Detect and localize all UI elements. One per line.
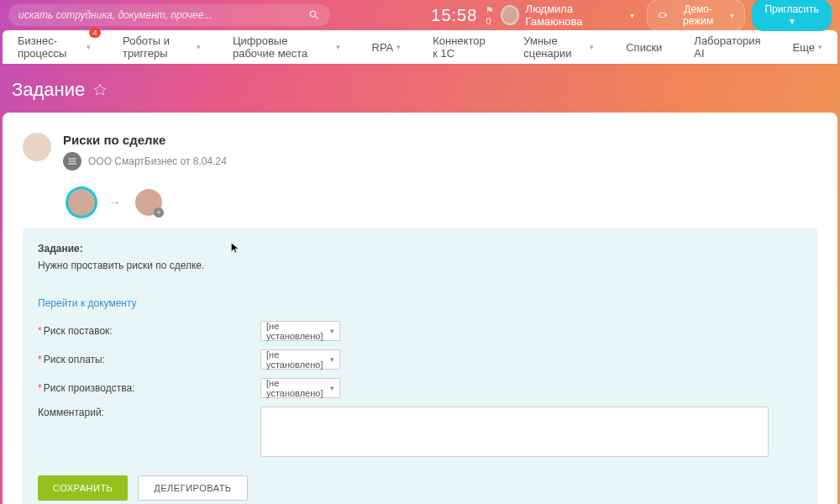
battery-icon: [658, 11, 668, 19]
task-title: Риски по сделке: [63, 133, 227, 147]
chevron-down-icon: ▾: [630, 11, 634, 20]
task-block-label: Задание:: [38, 243, 802, 255]
goto-document-link[interactable]: Перейти к документу: [38, 297, 137, 309]
select-risk-production[interactable]: [не установлено]▾: [260, 378, 340, 398]
user-name: Людмила Гамаюнова: [526, 3, 622, 28]
chevron-down-icon: ▾: [730, 11, 734, 20]
nav-item-7[interactable]: Лаборатория AI: [694, 34, 760, 60]
content-panel: Риски по сделке ООО СмартБизнес от 8.04.…: [3, 113, 837, 504]
svg-rect-0: [659, 13, 665, 18]
main-nav: Бизнес-процессы▾4Роботы и триггеры▾Цифро…: [3, 30, 837, 64]
arrow-right-icon: →: [108, 195, 122, 210]
user-avatar: [501, 5, 519, 25]
list-icon[interactable]: [63, 152, 81, 171]
page-title: Задание: [12, 79, 85, 101]
nav-item-8[interactable]: Еще▾: [793, 41, 822, 54]
search-bar[interactable]: [8, 4, 330, 26]
nav-item-1[interactable]: Роботы и триггеры▾: [123, 34, 201, 60]
comment-textarea[interactable]: [260, 407, 769, 457]
search-icon: [308, 9, 320, 21]
task-block-text: Нужно проставить риски по сделке.: [38, 260, 802, 271]
assignee-avatar-to[interactable]: +: [135, 189, 162, 216]
chevron-down-icon: ▾: [330, 355, 334, 364]
delegate-button[interactable]: ДЕЛЕГИРОВАТЬ: [138, 475, 247, 501]
user-menu[interactable]: Людмила Гамаюнова ▾: [501, 3, 634, 28]
nav-item-4[interactable]: Коннектор к 1С: [433, 34, 491, 60]
save-button[interactable]: СОХРАНИТЬ: [38, 475, 128, 501]
svg-rect-1: [665, 14, 666, 16]
svg-marker-2: [95, 84, 106, 95]
chevron-down-icon: ▾: [336, 43, 340, 51]
nav-item-2[interactable]: Цифровые рабочие места▾: [233, 34, 340, 60]
field-label-comment: Комментарий:: [38, 407, 260, 418]
nav-item-5[interactable]: Умные сценарии▾: [523, 34, 594, 60]
notification-flag[interactable]: ⚑ 0: [486, 5, 500, 26]
clock-time: 15:58: [431, 6, 477, 25]
chevron-down-icon: ▾: [590, 43, 594, 51]
nav-item-6[interactable]: Списки: [626, 41, 662, 54]
chevron-down-icon: ▾: [87, 43, 91, 51]
nav-badge: 4: [89, 28, 101, 38]
chevron-down-icon: ▾: [197, 43, 201, 51]
select-risk-payment[interactable]: [не установлено]▾: [260, 349, 340, 370]
task-owner-avatar: [23, 133, 51, 161]
star-icon[interactable]: [93, 83, 107, 97]
task-subtitle: ООО СмартБизнес от 8.04.24: [88, 155, 227, 167]
field-label-risk-supply: *Риск поставок:: [38, 325, 260, 337]
plus-icon: +: [154, 207, 164, 218]
field-label-risk-production: *Риск производства:: [38, 382, 260, 394]
select-risk-supply[interactable]: [не установлено]▾: [260, 321, 340, 341]
nav-item-3[interactable]: RPA▾: [372, 41, 402, 54]
chevron-down-icon: ▾: [330, 384, 334, 392]
search-input[interactable]: [18, 9, 308, 21]
task-details-box: Задание: Нужно проставить риски по сделк…: [23, 228, 817, 504]
demo-mode-button[interactable]: Демо-режим ▾: [647, 0, 746, 31]
nav-item-0[interactable]: Бизнес-процессы▾4: [18, 34, 91, 60]
invite-button[interactable]: Пригласить ▾: [752, 0, 832, 31]
field-label-risk-payment: *Риск оплаты:: [38, 354, 260, 365]
chevron-down-icon: ▾: [818, 43, 822, 51]
chevron-down-icon: ▾: [396, 43, 401, 51]
assignee-avatar-from[interactable]: [68, 189, 95, 216]
chevron-down-icon: ▾: [330, 327, 334, 335]
